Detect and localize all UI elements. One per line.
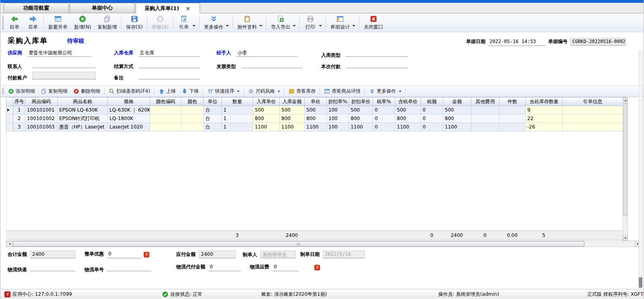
cell[interactable]: [182, 123, 204, 131]
supplier-field[interactable]: 爱普生中国有限公司: [27, 49, 91, 57]
logistics-number-field[interactable]: [107, 264, 151, 271]
cell[interactable]: [500, 114, 526, 123]
cell[interactable]: [471, 106, 500, 114]
column-header-5[interactable]: 颜色: [182, 98, 204, 106]
move-down-button[interactable]: 下移: [179, 86, 202, 97]
column-header-6[interactable]: 单位: [204, 98, 222, 106]
attachments-button[interactable]: 附件资料: [234, 14, 260, 31]
calculator-icon[interactable]: [144, 252, 149, 257]
cell[interactable]: 500: [395, 106, 421, 114]
cell[interactable]: -26: [526, 123, 563, 131]
cell[interactable]: 0: [373, 114, 395, 123]
payment-account-field[interactable]: [32, 72, 96, 79]
copy-new-button[interactable]: 复制新增: [94, 14, 120, 31]
v-scroll-thumb[interactable]: [623, 103, 627, 216]
cell[interactable]: 0: [421, 123, 443, 131]
cell[interactable]: 1: [13, 106, 25, 114]
handler-field[interactable]: 小李: [236, 49, 298, 57]
cell[interactable]: 800: [253, 114, 280, 123]
cell[interactable]: 1100: [253, 123, 280, 131]
cell[interactable]: [563, 106, 623, 114]
cell[interactable]: 1100: [395, 123, 421, 131]
import-export-button[interactable]: 导入导出: [268, 14, 293, 31]
grid-vertical-scrollbar[interactable]: [623, 97, 628, 241]
payment-now-field[interactable]: [346, 60, 408, 68]
cell[interactable]: 0: [373, 106, 395, 114]
pull-order-button[interactable]: 引单: [175, 14, 193, 31]
row-indicator[interactable]: [6, 114, 13, 123]
form-scroll-thumb[interactable]: [639, 277, 642, 288]
add-new-button[interactable]: 新增(N): [71, 14, 94, 31]
cell[interactable]: 台: [204, 106, 222, 114]
column-header-7[interactable]: 数量: [222, 98, 253, 106]
column-header-9[interactable]: 入库金额: [280, 98, 305, 106]
chevron-down-icon[interactable]: [319, 25, 322, 27]
next-doc-button[interactable]: 后单: [24, 14, 42, 31]
column-header-14[interactable]: 含税单价: [395, 98, 421, 106]
cell[interactable]: 100: [327, 114, 349, 123]
column-header-3[interactable]: 规格: [108, 98, 150, 106]
cell[interactable]: 800: [305, 114, 327, 123]
prev-doc-button[interactable]: 前单: [5, 14, 24, 31]
size-style-button[interactable]: 尺码风格: [245, 86, 283, 97]
h-scroll-thumb[interactable]: [13, 241, 584, 247]
column-header-13[interactable]: 税率%: [373, 98, 395, 106]
order-discount-field[interactable]: 0: [107, 251, 142, 258]
cell[interactable]: 台: [204, 123, 222, 131]
contact-field[interactable]: [32, 60, 96, 68]
grid-horizontal-scrollbar[interactable]: [6, 241, 641, 247]
inbound-type-field[interactable]: [346, 49, 408, 57]
logistics-fee-field[interactable]: 0: [272, 264, 299, 271]
column-header-12[interactable]: 折扣单价: [349, 98, 373, 106]
column-header-8[interactable]: 入库单价: [253, 98, 280, 106]
cell[interactable]: 500: [349, 106, 373, 114]
cell[interactable]: 1: [222, 123, 253, 131]
column-header-4[interactable]: 颜色编码: [150, 98, 182, 106]
add-detail-button[interactable]: 添加明细: [5, 86, 38, 97]
view-product-detail-button[interactable]: 查看商品详情: [321, 86, 363, 97]
close-window-button[interactable]: 关闭窗口: [361, 14, 386, 31]
column-header-1[interactable]: 商品编码: [25, 98, 58, 106]
cell[interactable]: [150, 114, 182, 123]
scan-barcode-button[interactable]: 扫描条形码(F4): [106, 86, 153, 97]
cell[interactable]: [563, 123, 623, 131]
cell[interactable]: [563, 114, 623, 123]
chevron-down-icon[interactable]: [259, 25, 262, 27]
cell[interactable]: 100101001: [25, 106, 58, 114]
cell[interactable]: 800: [280, 114, 305, 123]
cell[interactable]: 惠普（HP）LaserJet: [58, 123, 108, 131]
cell[interactable]: 500: [253, 106, 280, 114]
cell[interactable]: LaserJet 1020: [108, 123, 150, 131]
column-header-18[interactable]: 件数: [500, 98, 526, 106]
row-indicator[interactable]: [6, 106, 13, 114]
warehouse-field[interactable]: 主仓库: [138, 49, 200, 57]
delete-detail-button[interactable]: 删除明细: [70, 86, 103, 97]
quick-sort-button[interactable]: 快速排序: [204, 86, 242, 97]
cell[interactable]: 9: [526, 106, 563, 114]
cell[interactable]: 500: [305, 106, 327, 114]
cell[interactable]: 台: [204, 114, 222, 123]
cell[interactable]: 100: [327, 123, 349, 131]
cell[interactable]: [471, 123, 500, 131]
scroll-up-icon[interactable]: [623, 98, 627, 103]
new-window-open-button[interactable]: 新窗开单: [45, 14, 71, 31]
column-header-20[interactable]: 引单信息: [563, 98, 623, 106]
print-button[interactable]: 打印: [301, 14, 320, 31]
chevron-down-icon[interactable]: [352, 25, 355, 27]
column-header-16[interactable]: 金额: [443, 98, 471, 106]
chevron-down-icon[interactable]: [226, 25, 229, 27]
more-actions-button[interactable]: 更多操作: [201, 14, 227, 31]
cell[interactable]: 100101002: [25, 114, 58, 123]
cell[interactable]: LQ-1800K: [108, 114, 150, 123]
cell[interactable]: 1100: [305, 123, 327, 131]
cell[interactable]: 0: [421, 106, 443, 114]
column-header-0[interactable]: 序号: [13, 98, 25, 106]
column-header-10[interactable]: 单价: [305, 98, 327, 106]
tab-function-nav[interactable]: 功能导航窗: [4, 3, 69, 13]
more-detail-actions-button[interactable]: 更多操作: [366, 86, 404, 97]
row-indicator[interactable]: [6, 123, 13, 131]
form-vertical-scrollbar[interactable]: [639, 51, 642, 276]
cell[interactable]: [500, 106, 526, 114]
doc-date-field[interactable]: 2022-05-16 14:53: [488, 38, 545, 46]
cell[interactable]: 800: [443, 114, 471, 123]
